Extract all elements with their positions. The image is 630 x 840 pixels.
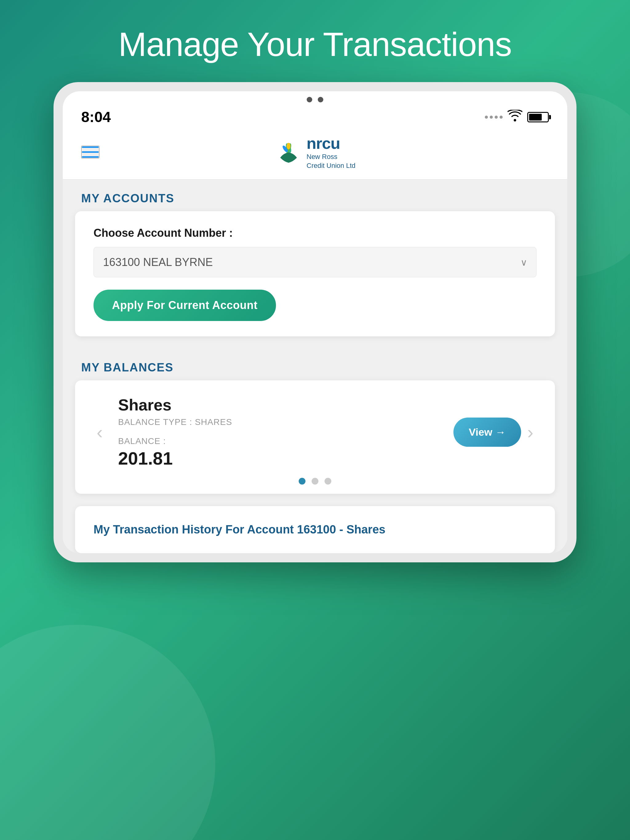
signal-dot-1: [485, 115, 488, 119]
balances-card: ‹ Shares BALANCE TYPE : SHARES BALANCE :…: [75, 381, 555, 494]
signal-dot-2: [490, 115, 493, 119]
app-header: nrcu New Ross Credit Union Ltd: [63, 128, 567, 180]
account-select-wrapper: 163100 NEAL BYRNE ∨: [93, 247, 537, 277]
logo-area: nrcu New Ross Credit Union Ltd: [275, 134, 356, 170]
carousel-dot-3[interactable]: [324, 478, 331, 485]
logo-text: nrcu New Ross Credit Union Ltd: [307, 134, 356, 170]
account-select[interactable]: 163100 NEAL BYRNE: [93, 247, 537, 277]
nrcu-logo-icon: [275, 138, 302, 166]
my-accounts-section-header: MY ACCOUNTS: [63, 180, 567, 211]
page-title: Manage Your Transactions: [119, 25, 512, 64]
camera-dot-left: [307, 97, 312, 103]
transaction-history-card: My Transaction History For Account 16310…: [75, 506, 555, 553]
hamburger-line-2: [82, 151, 99, 153]
status-bar: 8:04: [63, 106, 567, 128]
svg-point-2: [287, 143, 290, 149]
my-balances-section-header: MY BALANCES: [63, 349, 567, 381]
camera-row: [63, 91, 567, 106]
logo-nrcu: nrcu: [307, 134, 356, 153]
carousel-next-arrow[interactable]: ›: [521, 422, 540, 443]
carousel-content: ‹ Shares BALANCE TYPE : SHARES BALANCE :…: [81, 396, 549, 469]
camera-dot-right: [318, 97, 323, 103]
battery-icon: [527, 112, 549, 122]
tablet-inner: 8:04: [63, 91, 567, 553]
hamburger-line-3: [82, 156, 99, 158]
status-icons: [485, 110, 549, 125]
status-time: 8:04: [81, 109, 111, 125]
transaction-history-title: My Transaction History For Account 16310…: [93, 521, 537, 538]
wifi-icon: [508, 110, 522, 125]
view-button[interactable]: View →: [453, 418, 521, 447]
signal-dots: [485, 115, 503, 119]
balance-amount-label: BALANCE :: [118, 436, 444, 446]
balance-type-label: BALANCE TYPE : SHARES: [118, 417, 444, 427]
battery-fill: [529, 114, 542, 120]
carousel-dots: [81, 478, 549, 485]
accounts-card: Choose Account Number : 163100 NEAL BYRN…: [75, 211, 555, 336]
apply-current-account-button[interactable]: Apply For Current Account: [93, 290, 276, 321]
balance-info: Shares BALANCE TYPE : SHARES BALANCE : 2…: [109, 396, 453, 469]
main-content: MY ACCOUNTS Choose Account Number : 1631…: [63, 180, 567, 553]
carousel-prev-arrow[interactable]: ‹: [90, 422, 109, 443]
signal-dot-4: [500, 115, 503, 119]
hamburger-button[interactable]: [81, 146, 99, 158]
hamburger-line-1: [82, 146, 99, 148]
balance-amount: 201.81: [118, 448, 444, 469]
logo-name: New Ross: [307, 153, 356, 161]
tablet-frame: 8:04: [54, 82, 576, 562]
carousel-dot-1[interactable]: [299, 478, 306, 485]
carousel-dot-2[interactable]: [312, 478, 318, 485]
choose-account-label: Choose Account Number :: [93, 227, 537, 240]
balance-title: Shares: [118, 396, 444, 414]
signal-dot-3: [495, 115, 498, 119]
logo-tagline: Credit Union Ltd: [307, 161, 356, 171]
